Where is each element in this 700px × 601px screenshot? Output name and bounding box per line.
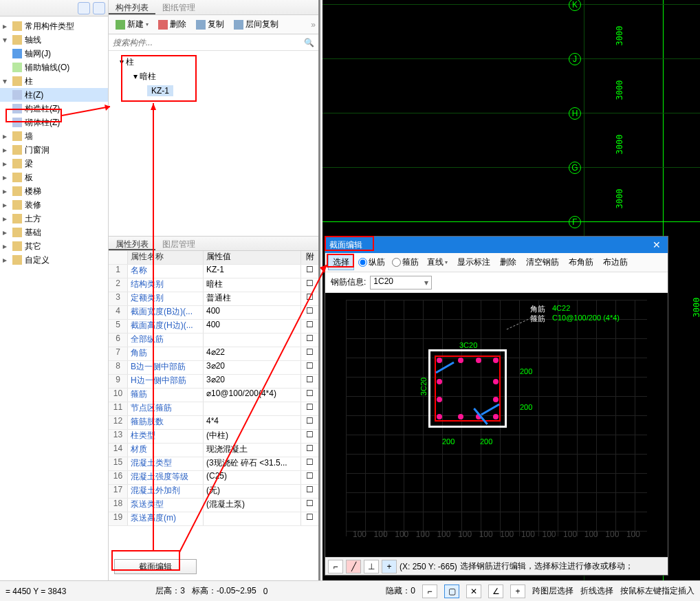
prop-att[interactable]: ☐ — [300, 320, 318, 333]
prop-row[interactable]: 17混凝土外加剂(无)☐ — [109, 485, 318, 499]
view-toggle-1[interactable] — [78, 2, 90, 14]
prop-value[interactable]: 暗柱 — [204, 278, 300, 292]
prop-row[interactable]: 1名称KZ-1☐ — [109, 265, 318, 278]
prop-row[interactable]: 2结构类别暗柱☐ — [109, 278, 318, 292]
prop-value[interactable]: 3⌀20 — [204, 375, 300, 388]
tree-stair[interactable]: ▸楼梯 — [0, 184, 108, 198]
property-grid[interactable]: 1名称KZ-1☐2结构类别暗柱☐3定额类别普通柱☐4截面宽度(B边)(...40… — [109, 265, 318, 554]
prop-att[interactable]: ☐ — [300, 306, 318, 319]
sb-btn-3[interactable]: ✕ — [466, 584, 481, 598]
sb-btn-2[interactable]: ▢ — [444, 584, 459, 598]
tree-decoration[interactable]: ▸装修 — [0, 198, 108, 212]
delete-rebar-button[interactable]: 删除 — [496, 255, 521, 270]
prop-row[interactable]: 3定额类别普通柱☐ — [109, 292, 318, 306]
sb-btn-5[interactable]: + — [510, 584, 525, 598]
prop-row[interactable]: 5截面高度(H边)(...400☐ — [109, 320, 318, 334]
tree-aux-axis[interactable]: 辅助轴线(O) — [0, 61, 108, 74]
prop-value[interactable]: 现浇混凝土 — [204, 444, 300, 457]
snap-btn-4[interactable]: + — [382, 560, 397, 573]
comp-tree-l3[interactable]: KZ-1 — [113, 84, 314, 98]
rebar-corner[interactable] — [493, 414, 499, 419]
prop-row[interactable]: 10箍筋⌀10@100/200(4*4)☐ — [109, 389, 318, 402]
clear-rebar-button[interactable]: 清空钢筋 — [522, 255, 563, 270]
section-edit-button[interactable]: 截面编辑 — [114, 559, 197, 574]
prop-value[interactable]: 400 — [204, 320, 300, 333]
tree-foundation[interactable]: ▸基础 — [0, 226, 108, 239]
prop-row[interactable]: 16混凝土强度等级(C25)☐ — [109, 471, 318, 485]
prop-att[interactable]: ☐ — [300, 347, 318, 360]
prop-row[interactable]: 4截面宽度(B边)(...400☐ — [109, 306, 318, 320]
tree-axis-grid[interactable]: 轴网(J) — [0, 47, 108, 61]
prop-row[interactable]: 7角筋4⌀22☐ — [109, 347, 318, 361]
prop-row[interactable]: 14材质现浇混凝土☐ — [109, 444, 318, 457]
comp-tree-l1[interactable]: ▾ 柱 — [113, 55, 314, 69]
radio-stirrup[interactable]: 箍筋 — [389, 256, 422, 268]
tab-drawing-mgmt[interactable]: 图纸管理 — [155, 0, 202, 14]
prop-value[interactable]: 普通柱 — [204, 292, 300, 305]
snap-btn-2[interactable]: ╱ — [346, 560, 361, 573]
rebar-side[interactable] — [458, 358, 463, 363]
prop-value[interactable] — [204, 402, 300, 415]
prop-att[interactable]: ☐ — [300, 375, 318, 388]
new-button[interactable]: 新建▾ — [111, 17, 153, 32]
rebar-side[interactable] — [437, 379, 442, 384]
prop-row[interactable]: 18泵送类型(混凝土泵)☐ — [109, 499, 318, 512]
prop-row[interactable]: 9H边一侧中部筋3⌀20☐ — [109, 375, 318, 389]
rebar-side[interactable] — [493, 397, 499, 402]
delete-button[interactable]: 删除 — [154, 17, 190, 32]
tree-axis[interactable]: ▾轴线 — [0, 33, 108, 47]
tree-opening[interactable]: ▸门窗洞 — [0, 143, 108, 157]
dialog-titlebar[interactable]: 截面编辑 ✕ — [325, 237, 668, 253]
tree-masonry-col[interactable]: 砌体柱(Z) — [0, 116, 108, 129]
prop-value[interactable] — [204, 512, 300, 525]
tree-struct-col[interactable]: 构造柱(Z) — [0, 102, 108, 116]
rebar-corner[interactable] — [437, 414, 442, 419]
prop-att[interactable]: ☐ — [300, 292, 318, 305]
rebar-side[interactable] — [437, 397, 442, 402]
prop-value[interactable]: 3⌀20 — [204, 361, 300, 374]
tree-wall[interactable]: ▸墙 — [0, 129, 108, 143]
more-icon[interactable]: » — [311, 20, 316, 30]
prop-att[interactable]: ☐ — [300, 457, 318, 470]
tree-column-group[interactable]: ▾柱 — [0, 74, 108, 88]
prop-att[interactable]: ☐ — [300, 334, 318, 347]
rebar-corner[interactable] — [493, 358, 499, 363]
tab-prop-list[interactable]: 属性列表 — [109, 237, 155, 250]
prop-att[interactable]: ☐ — [300, 471, 318, 484]
show-dim-button[interactable]: 显示标注 — [453, 255, 494, 270]
prop-att[interactable]: ☐ — [300, 444, 318, 457]
tree-common-types[interactable]: ▸常用构件类型 — [0, 19, 108, 33]
rebar-side[interactable] — [493, 379, 499, 384]
tree-other[interactable]: ▸其它 — [0, 239, 108, 253]
select-tool-button[interactable]: 选择 — [328, 254, 354, 270]
snap-btn-3[interactable]: ⊥ — [364, 560, 379, 573]
prop-value[interactable]: (C25) — [204, 471, 300, 484]
tab-layer-mgmt[interactable]: 图层管理 — [155, 237, 202, 250]
section-canvas[interactable]: 3C20 3C20 200 200 200 200 角筋 箍筋 4C22 C10… — [325, 293, 668, 557]
comp-tree-l2[interactable]: ▾ 暗柱 — [113, 69, 314, 84]
radio-longitudinal[interactable]: 纵筋 — [356, 256, 388, 268]
rebar-corner[interactable] — [437, 358, 442, 363]
dist-corner-button[interactable]: 布角筋 — [565, 255, 598, 270]
prop-value[interactable]: (3现浇砼 碎石 <31.5... — [204, 457, 300, 470]
close-icon[interactable]: ✕ — [650, 239, 664, 250]
prop-att[interactable]: ☐ — [300, 485, 318, 498]
prop-value[interactable]: (中柱) — [204, 430, 300, 443]
prop-value[interactable]: 4⌀22 — [204, 347, 300, 360]
prop-row[interactable]: 11节点区箍筋☐ — [109, 402, 318, 416]
prop-row[interactable]: 15混凝土类型(3现浇砼 碎石 <31.5...☐ — [109, 457, 318, 471]
cross-select-label[interactable]: 跨图层选择 — [532, 585, 573, 597]
prop-value[interactable]: 400 — [204, 306, 300, 319]
prop-row[interactable]: 13柱类型(中柱)☐ — [109, 430, 318, 444]
prop-att[interactable]: ☐ — [300, 278, 318, 292]
prop-value[interactable]: 4*4 — [204, 416, 300, 429]
dist-edge-button[interactable]: 布边筋 — [599, 255, 632, 270]
tree-column-z[interactable]: 柱(Z) — [0, 88, 108, 102]
prop-row[interactable]: 8B边一侧中部筋3⌀20☐ — [109, 361, 318, 375]
rebar-side[interactable] — [458, 414, 463, 419]
rebar-side[interactable] — [476, 358, 481, 363]
prop-att[interactable]: ☐ — [300, 265, 318, 278]
tree-custom[interactable]: ▸自定义 — [0, 253, 108, 267]
prop-value[interactable]: (无) — [204, 485, 300, 498]
prop-value[interactable]: ⌀10@100/200(4*4) — [204, 389, 300, 402]
